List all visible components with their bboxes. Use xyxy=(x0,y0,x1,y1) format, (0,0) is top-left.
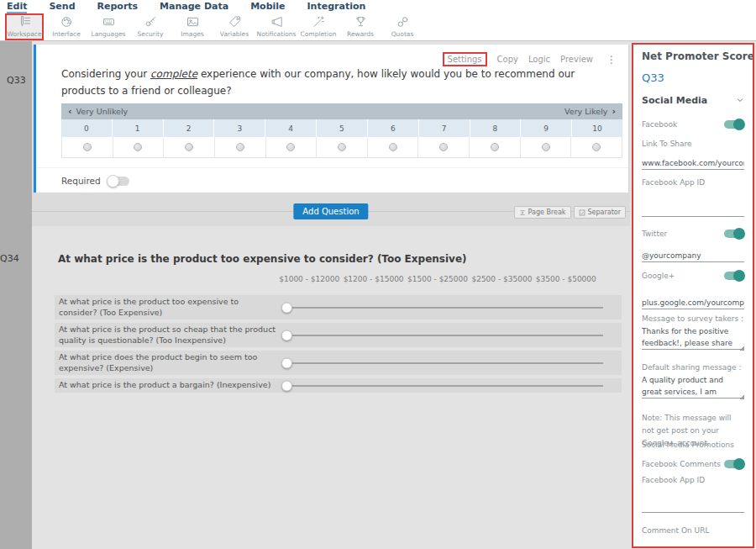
toolbar-item-interface[interactable]: Interface xyxy=(47,13,86,40)
settings-panel: Net Promoter Score × Q33 Social Media Fa… xyxy=(632,43,754,548)
default-sharing-message-textarea[interactable]: A quality product and great services, I … xyxy=(642,375,744,399)
facebook-app-id-input[interactable] xyxy=(642,205,744,217)
settings-button[interactable]: Settings xyxy=(443,52,487,66)
facebook-comments-label: Facebook Comments xyxy=(642,460,721,468)
google-plus-toggle[interactable] xyxy=(724,272,744,280)
scale-value: 3 xyxy=(214,119,265,137)
radio-button[interactable] xyxy=(389,143,397,151)
chevron-right-icon[interactable]: › xyxy=(612,106,616,117)
toolbar-item-completion[interactable]: Completion xyxy=(299,13,338,40)
image-icon xyxy=(185,15,201,29)
main-area: Q33 Q34 Settings Copy Logic Preview ⋮ Co… xyxy=(0,40,756,549)
facebook-comments-toggle[interactable] xyxy=(724,460,744,468)
radio-button[interactable] xyxy=(592,143,601,151)
megaphone-icon xyxy=(269,15,285,29)
menu-bar: Edit Send Reports Manage Data Mobile Int… xyxy=(0,0,756,13)
link-to-share-label: Link To Share xyxy=(642,140,744,148)
logic-button[interactable]: Logic xyxy=(528,55,550,64)
checkbox-icon xyxy=(579,209,585,216)
radio-button[interactable] xyxy=(185,143,193,151)
menu-item-integration[interactable]: Integration xyxy=(307,2,366,13)
survey-builder-app: Edit Send Reports Manage Data Mobile Int… xyxy=(0,0,756,549)
price-range-header: $2500 - $35000 xyxy=(470,275,533,283)
google-plus-url-input[interactable] xyxy=(642,298,744,309)
menu-item-reports[interactable]: Reports xyxy=(97,2,139,13)
required-toggle[interactable] xyxy=(108,177,129,186)
slider-handle[interactable] xyxy=(281,302,292,313)
add-question-strip: Add Question Page Break Separator xyxy=(32,193,630,226)
chain-links-icon xyxy=(395,15,411,29)
workspace-icon xyxy=(17,15,33,29)
page-break-button[interactable]: Page Break xyxy=(514,206,571,219)
radio-button[interactable] xyxy=(491,143,499,151)
toolbar-item-rewards[interactable]: Rewards xyxy=(341,13,380,40)
google-plus-note: Note: This message will not get post on … xyxy=(642,412,744,432)
slider-handle[interactable] xyxy=(281,330,292,340)
slider-handle[interactable] xyxy=(281,357,292,368)
toolbar-item-label: Interface xyxy=(52,30,81,38)
copy-button[interactable]: Copy xyxy=(497,55,518,64)
menu-item-edit[interactable]: Edit xyxy=(7,2,27,13)
toolbar-item-workspace[interactable]: Workspace xyxy=(5,13,44,40)
keyboard-icon xyxy=(101,15,117,29)
slider-row: At what price is the product a bargain? … xyxy=(55,378,622,393)
separator-button[interactable]: Separator xyxy=(574,206,627,219)
slider-row-label: At what price does the product begin to … xyxy=(55,352,278,374)
toolbar: Workspace Interface Languages Security I… xyxy=(0,13,756,40)
slider-row-label: At what price is the product a bargain? … xyxy=(55,380,278,391)
menu-item-send[interactable]: Send xyxy=(49,2,75,13)
scale-value: 9 xyxy=(521,119,572,137)
link-to-share-input[interactable] xyxy=(642,158,744,170)
radio-button[interactable] xyxy=(236,143,244,151)
nps-scale-header: ‹Very Unlikely Very Likely› xyxy=(61,103,622,119)
scale-value: 7 xyxy=(419,119,470,137)
nps-number-row: 0 1 2 3 4 5 6 7 8 9 10 xyxy=(61,119,622,137)
toolbar-item-variables[interactable]: Variables xyxy=(215,13,254,40)
comment-on-url-label: Comment On URL xyxy=(642,526,744,535)
facebook-toggle[interactable] xyxy=(724,120,744,129)
slider xyxy=(278,323,622,347)
scale-left-label: Very Unlikely xyxy=(76,107,129,116)
message-to-survey-takers-label: Message to survey takers : xyxy=(642,314,744,323)
toolbar-item-security[interactable]: Security xyxy=(131,13,170,40)
question-text-emphasis: complete xyxy=(150,68,197,80)
toolbar-item-notifications[interactable]: Notifications xyxy=(257,13,296,40)
radio-button[interactable] xyxy=(83,143,92,151)
facebook-comments-toggle-row: Facebook Comments xyxy=(642,457,744,471)
preview-button[interactable]: Preview xyxy=(560,55,593,64)
add-question-button[interactable]: Add Question xyxy=(293,203,368,219)
q34-question-text: At what price is the product too expensi… xyxy=(58,253,467,265)
radio-button[interactable] xyxy=(338,143,346,151)
strip-buttons: Page Break Separator xyxy=(514,206,626,219)
slider-track xyxy=(286,362,603,364)
section-social-media[interactable]: Social Media xyxy=(642,94,744,106)
facebook-comments-app-id-input[interactable] xyxy=(642,501,744,513)
chevron-down-icon xyxy=(736,96,744,104)
price-range-header: $1500 - $25000 xyxy=(406,275,470,283)
tag-icon xyxy=(227,15,243,29)
message-to-survey-takers-textarea[interactable]: Thanks for the positive feedback!, pleas… xyxy=(642,326,744,350)
twitter-toggle[interactable] xyxy=(724,230,744,238)
chevron-left-icon[interactable]: ‹ xyxy=(68,106,72,117)
toolbar-item-quotas[interactable]: Quotas xyxy=(383,13,422,40)
twitter-handle-input[interactable] xyxy=(642,251,744,262)
page-break-icon xyxy=(519,209,526,216)
toolbar-item-languages[interactable]: Languages xyxy=(89,13,128,40)
question-number-q33: Q33 xyxy=(7,75,26,86)
required-row: Required xyxy=(61,176,129,186)
slider xyxy=(278,378,622,393)
toolbar-item-label: Security xyxy=(138,30,164,38)
radio-button[interactable] xyxy=(134,143,142,151)
price-range-header: $1200 - $15000 xyxy=(341,275,405,283)
editor-content: Settings Copy Logic Preview ⋮ Considerin… xyxy=(32,41,630,549)
slider-track xyxy=(286,307,603,309)
slider-handle[interactable] xyxy=(281,380,292,391)
panel-question-link[interactable]: Q33 xyxy=(642,71,744,84)
menu-item-mobile[interactable]: Mobile xyxy=(250,2,285,13)
radio-button[interactable] xyxy=(542,143,550,151)
radio-button[interactable] xyxy=(439,143,448,151)
toolbar-item-images[interactable]: Images xyxy=(173,13,212,40)
radio-button[interactable] xyxy=(286,143,295,151)
more-options-icon[interactable]: ⋮ xyxy=(606,54,617,66)
menu-item-manage-data[interactable]: Manage Data xyxy=(160,2,228,13)
